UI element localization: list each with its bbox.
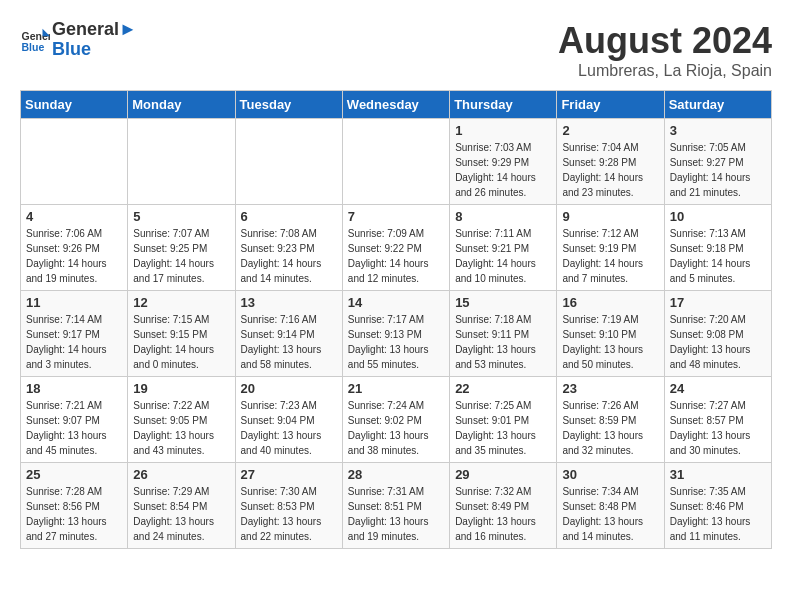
day-number: 14 <box>348 295 444 310</box>
day-info: Sunrise: 7:25 AM Sunset: 9:01 PM Dayligh… <box>455 398 551 458</box>
calendar-cell: 18Sunrise: 7:21 AM Sunset: 9:07 PM Dayli… <box>21 377 128 463</box>
day-info: Sunrise: 7:34 AM Sunset: 8:48 PM Dayligh… <box>562 484 658 544</box>
calendar-cell: 26Sunrise: 7:29 AM Sunset: 8:54 PM Dayli… <box>128 463 235 549</box>
calendar-cell: 29Sunrise: 7:32 AM Sunset: 8:49 PM Dayli… <box>450 463 557 549</box>
calendar-cell <box>21 119 128 205</box>
day-info: Sunrise: 7:19 AM Sunset: 9:10 PM Dayligh… <box>562 312 658 372</box>
day-number: 21 <box>348 381 444 396</box>
day-info: Sunrise: 7:18 AM Sunset: 9:11 PM Dayligh… <box>455 312 551 372</box>
calendar-cell: 31Sunrise: 7:35 AM Sunset: 8:46 PM Dayli… <box>664 463 771 549</box>
day-number: 5 <box>133 209 229 224</box>
day-info: Sunrise: 7:28 AM Sunset: 8:56 PM Dayligh… <box>26 484 122 544</box>
calendar-cell: 22Sunrise: 7:25 AM Sunset: 9:01 PM Dayli… <box>450 377 557 463</box>
weekday-header-row: SundayMondayTuesdayWednesdayThursdayFrid… <box>21 91 772 119</box>
day-number: 1 <box>455 123 551 138</box>
day-number: 18 <box>26 381 122 396</box>
week-row-5: 25Sunrise: 7:28 AM Sunset: 8:56 PM Dayli… <box>21 463 772 549</box>
calendar-cell: 10Sunrise: 7:13 AM Sunset: 9:18 PM Dayli… <box>664 205 771 291</box>
calendar-cell: 17Sunrise: 7:20 AM Sunset: 9:08 PM Dayli… <box>664 291 771 377</box>
day-info: Sunrise: 7:27 AM Sunset: 8:57 PM Dayligh… <box>670 398 766 458</box>
day-info: Sunrise: 7:07 AM Sunset: 9:25 PM Dayligh… <box>133 226 229 286</box>
calendar-cell: 20Sunrise: 7:23 AM Sunset: 9:04 PM Dayli… <box>235 377 342 463</box>
day-info: Sunrise: 7:06 AM Sunset: 9:26 PM Dayligh… <box>26 226 122 286</box>
calendar-cell: 6Sunrise: 7:08 AM Sunset: 9:23 PM Daylig… <box>235 205 342 291</box>
day-number: 26 <box>133 467 229 482</box>
day-info: Sunrise: 7:23 AM Sunset: 9:04 PM Dayligh… <box>241 398 337 458</box>
day-number: 7 <box>348 209 444 224</box>
calendar-cell: 14Sunrise: 7:17 AM Sunset: 9:13 PM Dayli… <box>342 291 449 377</box>
calendar-cell: 19Sunrise: 7:22 AM Sunset: 9:05 PM Dayli… <box>128 377 235 463</box>
day-info: Sunrise: 7:31 AM Sunset: 8:51 PM Dayligh… <box>348 484 444 544</box>
day-info: Sunrise: 7:17 AM Sunset: 9:13 PM Dayligh… <box>348 312 444 372</box>
day-number: 11 <box>26 295 122 310</box>
calendar-cell: 1Sunrise: 7:03 AM Sunset: 9:29 PM Daylig… <box>450 119 557 205</box>
day-info: Sunrise: 7:03 AM Sunset: 9:29 PM Dayligh… <box>455 140 551 200</box>
day-info: Sunrise: 7:29 AM Sunset: 8:54 PM Dayligh… <box>133 484 229 544</box>
day-info: Sunrise: 7:22 AM Sunset: 9:05 PM Dayligh… <box>133 398 229 458</box>
page-header: General Blue General► Blue August 2024 L… <box>20 20 772 80</box>
calendar-cell: 5Sunrise: 7:07 AM Sunset: 9:25 PM Daylig… <box>128 205 235 291</box>
calendar-cell: 21Sunrise: 7:24 AM Sunset: 9:02 PM Dayli… <box>342 377 449 463</box>
calendar-cell: 11Sunrise: 7:14 AM Sunset: 9:17 PM Dayli… <box>21 291 128 377</box>
weekday-header-thursday: Thursday <box>450 91 557 119</box>
day-info: Sunrise: 7:21 AM Sunset: 9:07 PM Dayligh… <box>26 398 122 458</box>
calendar-cell: 25Sunrise: 7:28 AM Sunset: 8:56 PM Dayli… <box>21 463 128 549</box>
day-info: Sunrise: 7:35 AM Sunset: 8:46 PM Dayligh… <box>670 484 766 544</box>
day-info: Sunrise: 7:24 AM Sunset: 9:02 PM Dayligh… <box>348 398 444 458</box>
calendar-cell: 7Sunrise: 7:09 AM Sunset: 9:22 PM Daylig… <box>342 205 449 291</box>
day-info: Sunrise: 7:11 AM Sunset: 9:21 PM Dayligh… <box>455 226 551 286</box>
week-row-3: 11Sunrise: 7:14 AM Sunset: 9:17 PM Dayli… <box>21 291 772 377</box>
day-number: 20 <box>241 381 337 396</box>
day-info: Sunrise: 7:16 AM Sunset: 9:14 PM Dayligh… <box>241 312 337 372</box>
svg-text:Blue: Blue <box>22 40 45 52</box>
day-number: 12 <box>133 295 229 310</box>
weekday-header-tuesday: Tuesday <box>235 91 342 119</box>
day-number: 4 <box>26 209 122 224</box>
day-number: 23 <box>562 381 658 396</box>
logo: General Blue General► Blue <box>20 20 137 60</box>
day-number: 27 <box>241 467 337 482</box>
day-info: Sunrise: 7:13 AM Sunset: 9:18 PM Dayligh… <box>670 226 766 286</box>
week-row-4: 18Sunrise: 7:21 AM Sunset: 9:07 PM Dayli… <box>21 377 772 463</box>
weekday-header-monday: Monday <box>128 91 235 119</box>
day-number: 25 <box>26 467 122 482</box>
day-info: Sunrise: 7:04 AM Sunset: 9:28 PM Dayligh… <box>562 140 658 200</box>
weekday-header-friday: Friday <box>557 91 664 119</box>
calendar-cell: 27Sunrise: 7:30 AM Sunset: 8:53 PM Dayli… <box>235 463 342 549</box>
calendar-cell: 13Sunrise: 7:16 AM Sunset: 9:14 PM Dayli… <box>235 291 342 377</box>
calendar-cell: 23Sunrise: 7:26 AM Sunset: 8:59 PM Dayli… <box>557 377 664 463</box>
day-number: 13 <box>241 295 337 310</box>
day-number: 22 <box>455 381 551 396</box>
day-number: 19 <box>133 381 229 396</box>
day-number: 28 <box>348 467 444 482</box>
location-subtitle: Lumbreras, La Rioja, Spain <box>558 62 772 80</box>
day-info: Sunrise: 7:14 AM Sunset: 9:17 PM Dayligh… <box>26 312 122 372</box>
calendar-cell: 15Sunrise: 7:18 AM Sunset: 9:11 PM Dayli… <box>450 291 557 377</box>
day-number: 2 <box>562 123 658 138</box>
day-info: Sunrise: 7:05 AM Sunset: 9:27 PM Dayligh… <box>670 140 766 200</box>
day-number: 3 <box>670 123 766 138</box>
calendar-cell: 12Sunrise: 7:15 AM Sunset: 9:15 PM Dayli… <box>128 291 235 377</box>
day-info: Sunrise: 7:26 AM Sunset: 8:59 PM Dayligh… <box>562 398 658 458</box>
calendar-cell <box>342 119 449 205</box>
calendar-cell: 3Sunrise: 7:05 AM Sunset: 9:27 PM Daylig… <box>664 119 771 205</box>
weekday-header-wednesday: Wednesday <box>342 91 449 119</box>
day-number: 10 <box>670 209 766 224</box>
month-year-title: August 2024 <box>558 20 772 62</box>
day-info: Sunrise: 7:30 AM Sunset: 8:53 PM Dayligh… <box>241 484 337 544</box>
day-number: 31 <box>670 467 766 482</box>
calendar-cell <box>235 119 342 205</box>
day-number: 24 <box>670 381 766 396</box>
day-info: Sunrise: 7:15 AM Sunset: 9:15 PM Dayligh… <box>133 312 229 372</box>
logo-general: General► <box>52 20 137 40</box>
day-number: 6 <box>241 209 337 224</box>
calendar-cell: 8Sunrise: 7:11 AM Sunset: 9:21 PM Daylig… <box>450 205 557 291</box>
week-row-2: 4Sunrise: 7:06 AM Sunset: 9:26 PM Daylig… <box>21 205 772 291</box>
logo-icon: General Blue <box>20 25 50 55</box>
day-number: 30 <box>562 467 658 482</box>
calendar-cell: 16Sunrise: 7:19 AM Sunset: 9:10 PM Dayli… <box>557 291 664 377</box>
day-info: Sunrise: 7:08 AM Sunset: 9:23 PM Dayligh… <box>241 226 337 286</box>
week-row-1: 1Sunrise: 7:03 AM Sunset: 9:29 PM Daylig… <box>21 119 772 205</box>
day-info: Sunrise: 7:09 AM Sunset: 9:22 PM Dayligh… <box>348 226 444 286</box>
logo-blue: Blue <box>52 40 137 60</box>
